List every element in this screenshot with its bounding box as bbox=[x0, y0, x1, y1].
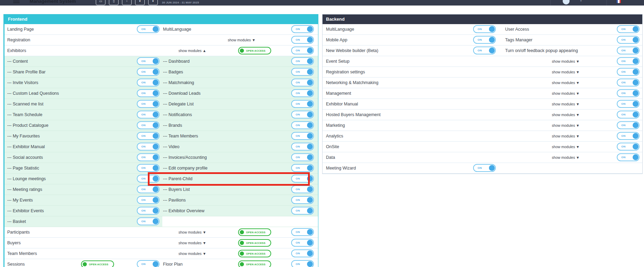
on-toggle[interactable]: ON bbox=[137, 217, 160, 225]
on-toggle[interactable]: ON bbox=[291, 111, 314, 119]
on-toggle[interactable]: ON bbox=[137, 111, 160, 119]
open-access-badge[interactable]: OPEN ACCESS bbox=[238, 260, 271, 267]
open-access-badge[interactable]: OPEN ACCESS bbox=[238, 250, 271, 257]
toggle-knob-icon bbox=[307, 176, 313, 182]
on-toggle[interactable]: ON bbox=[473, 164, 496, 172]
on-toggle[interactable]: ON bbox=[137, 185, 160, 193]
module-label: Networking & Matchmaking bbox=[326, 80, 378, 85]
toggle-on-label: ON bbox=[621, 38, 626, 41]
on-toggle[interactable]: ON bbox=[291, 25, 314, 33]
show-modules-link[interactable]: show modules ▼ bbox=[552, 113, 580, 117]
on-toggle[interactable]: ON bbox=[617, 79, 640, 86]
toggle-on-label: ON bbox=[621, 124, 626, 127]
on-toggle[interactable]: ON bbox=[291, 239, 314, 247]
show-modules-link[interactable]: show modules ▼ bbox=[552, 145, 580, 149]
show-modules-link[interactable]: show modules ▼ bbox=[178, 230, 206, 234]
on-toggle[interactable]: ON bbox=[291, 260, 314, 267]
on-toggle[interactable]: ON bbox=[291, 121, 314, 129]
on-toggle[interactable]: ON bbox=[617, 57, 640, 65]
on-toggle[interactable]: ON bbox=[291, 132, 314, 140]
on-toggle[interactable]: ON bbox=[617, 100, 640, 108]
chevron-down-icon[interactable]: ▾ bbox=[580, 0, 582, 2]
on-toggle[interactable]: ON bbox=[617, 153, 640, 161]
show-modules-link[interactable]: show modules ▼ bbox=[552, 134, 580, 138]
on-toggle[interactable]: ON bbox=[291, 175, 314, 183]
show-modules-link[interactable]: show modules ▼ bbox=[552, 59, 580, 63]
on-toggle[interactable]: ON bbox=[473, 36, 496, 44]
show-modules-link[interactable]: show modules ▼ bbox=[228, 38, 255, 42]
show-modules-link[interactable]: show modules ▼ bbox=[178, 241, 206, 245]
on-toggle[interactable]: ON bbox=[617, 121, 640, 129]
on-toggle[interactable]: ON bbox=[617, 36, 640, 44]
on-toggle[interactable]: ON bbox=[291, 153, 314, 161]
on-toggle[interactable]: ON bbox=[291, 185, 314, 193]
on-toggle[interactable]: ON bbox=[137, 132, 160, 140]
on-toggle[interactable]: ON bbox=[291, 68, 314, 76]
on-toggle[interactable]: ON bbox=[137, 79, 160, 86]
open-access-badge[interactable]: OPEN ACCESS bbox=[238, 228, 271, 236]
on-toggle[interactable]: ON bbox=[137, 196, 160, 204]
show-modules-link[interactable]: show modules ▼ bbox=[552, 123, 580, 127]
on-toggle[interactable]: ON bbox=[291, 207, 314, 215]
on-toggle[interactable]: ON bbox=[291, 100, 314, 108]
on-toggle[interactable]: ON bbox=[291, 249, 314, 257]
on-toggle[interactable]: ON bbox=[137, 164, 160, 172]
on-toggle[interactable]: ON bbox=[137, 121, 160, 129]
toggle-on-label: ON bbox=[141, 188, 146, 191]
on-toggle[interactable]: ON bbox=[291, 79, 314, 86]
on-toggle[interactable]: ON bbox=[617, 111, 640, 119]
on-toggle[interactable]: ON bbox=[291, 143, 314, 151]
on-toggle[interactable]: ON bbox=[137, 25, 160, 33]
on-toggle[interactable]: ON bbox=[291, 164, 314, 172]
on-toggle[interactable]: ON bbox=[617, 132, 640, 140]
show-modules-link[interactable]: show modules ▼ bbox=[178, 251, 206, 256]
on-toggle[interactable]: ON bbox=[137, 153, 160, 161]
on-toggle[interactable]: ON bbox=[137, 68, 160, 76]
on-toggle[interactable]: ON bbox=[291, 228, 314, 236]
toggle-on-label: ON bbox=[141, 177, 146, 180]
tablet-preview-button[interactable]: ▯ bbox=[109, 0, 119, 5]
on-toggle[interactable]: ON bbox=[137, 175, 160, 183]
on-toggle[interactable]: ON bbox=[291, 47, 314, 54]
toggle-knob-icon bbox=[153, 112, 159, 117]
show-modules-link[interactable]: show modules ▼ bbox=[552, 155, 580, 160]
on-toggle[interactable]: ON bbox=[137, 100, 160, 108]
module-label: --- Custom Lead Questions bbox=[7, 91, 59, 96]
on-toggle[interactable]: ON bbox=[617, 25, 640, 33]
on-toggle[interactable]: ON bbox=[291, 57, 314, 65]
show-modules-link[interactable]: show modules ▼ bbox=[552, 91, 580, 95]
toggle-on-label: ON bbox=[296, 113, 300, 116]
on-toggle[interactable]: ON bbox=[137, 57, 160, 65]
on-toggle[interactable]: ON bbox=[291, 89, 314, 97]
desktop-preview-button[interactable]: ▭ bbox=[96, 0, 105, 5]
menu-icon[interactable] bbox=[13, 0, 20, 3]
on-toggle[interactable]: ON bbox=[617, 143, 640, 151]
on-toggle[interactable]: ON bbox=[617, 89, 640, 97]
show-modules-link[interactable]: show modules ▼ bbox=[552, 70, 580, 74]
language-flag-icon[interactable] bbox=[616, 0, 621, 3]
open-access-badge[interactable]: OPEN ACCESS bbox=[238, 239, 271, 247]
on-toggle[interactable]: ON bbox=[617, 68, 640, 76]
on-toggle[interactable]: ON bbox=[137, 89, 160, 97]
on-toggle[interactable]: ON bbox=[137, 260, 160, 267]
show-modules-link[interactable]: show modules ▼ bbox=[552, 102, 580, 106]
toggle-on-label: ON bbox=[621, 102, 626, 105]
on-toggle[interactable]: ON bbox=[291, 36, 314, 44]
on-toggle[interactable]: ON bbox=[617, 47, 640, 54]
on-toggle[interactable]: ON bbox=[291, 196, 314, 204]
app-title: Management System bbox=[30, 0, 76, 4]
date-range[interactable]: 30 JUN 2024 - 31 MAY 2025 bbox=[162, 1, 199, 4]
open-access-badge[interactable]: OPEN ACCESS bbox=[238, 47, 271, 54]
show-modules-link[interactable]: show modules ▼ bbox=[552, 81, 580, 85]
avatar[interactable] bbox=[563, 0, 570, 4]
show-modules-link[interactable]: show modules ▲ bbox=[178, 49, 206, 53]
collapse-button[interactable]: ▾ bbox=[148, 0, 158, 5]
open-access-badge[interactable]: OPEN ACCESS bbox=[81, 260, 114, 267]
download-button[interactable]: ▾ bbox=[135, 0, 145, 5]
on-toggle[interactable]: ON bbox=[473, 25, 496, 33]
mobile-preview-button[interactable]: ▫ bbox=[122, 0, 132, 5]
on-toggle[interactable]: ON bbox=[473, 47, 496, 54]
module-row: --- Product CatalogueON--- BrandsON bbox=[4, 120, 318, 131]
on-toggle[interactable]: ON bbox=[137, 207, 160, 215]
on-toggle[interactable]: ON bbox=[137, 143, 160, 151]
